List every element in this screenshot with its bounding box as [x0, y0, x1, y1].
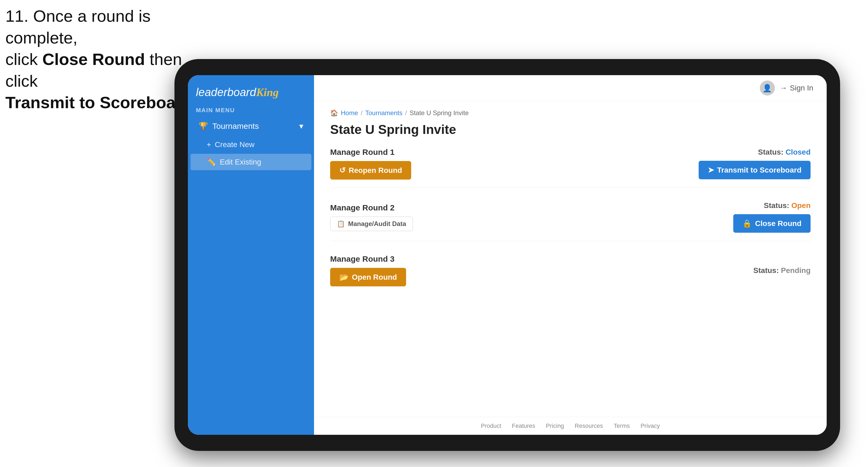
manage-audit-data-button[interactable]: 📋 Manage/Audit Data — [330, 217, 413, 231]
plus-icon: + — [207, 141, 211, 149]
breadcrumb-sep1: / — [361, 109, 363, 117]
transmit-label: Transmit to Scoreboard — [717, 166, 801, 175]
create-new-label: Create New — [215, 141, 254, 149]
avatar: 👤 — [760, 81, 775, 96]
round-2-status: Status: Open — [764, 201, 811, 210]
sidebar-create-new[interactable]: + Create New — [191, 136, 311, 153]
close-round-button[interactable]: 🔒 Close Round — [733, 214, 811, 233]
close-icon: 🔒 — [742, 219, 752, 228]
close-round-label: Close Round — [755, 219, 801, 228]
breadcrumb: 🏠 Home / Tournaments / State U Spring In… — [330, 109, 811, 117]
manage-icon: 📋 — [337, 220, 345, 227]
sign-in-label: Sign In — [790, 84, 813, 92]
sidebar-tournaments-label: Tournaments — [212, 122, 259, 131]
round-1-right: Status: Closed ➤ Transmit to Scoreboard — [699, 148, 811, 179]
app-layout: leaderboardKing MAIN MENU 🏆 Tournaments … — [188, 75, 827, 435]
round-3-right: Status: Pending — [753, 266, 811, 275]
instruction-line2: click — [5, 50, 42, 68]
sidebar-edit-existing[interactable]: ✏️ Edit Existing — [191, 154, 311, 170]
round-1-left: Manage Round 1 ↺ Reopen Round — [330, 148, 411, 180]
signin-arrow-icon: → — [780, 84, 787, 92]
open-round-label: Open Round — [352, 273, 397, 282]
status-prefix-3: Status: — [753, 266, 781, 275]
logo-text: leaderboardKing — [196, 86, 279, 99]
round-1-row: Manage Round 1 ↺ Reopen Round Status: Cl… — [330, 148, 811, 188]
instruction-bold2: Transmit to Scoreboard. — [5, 93, 197, 112]
round-1-status: Status: Closed — [758, 148, 811, 156]
reopen-round-label: Reopen Round — [349, 166, 402, 175]
main-menu-label: MAIN MENU — [188, 104, 314, 116]
sidebar-logo: leaderboardKing — [188, 75, 314, 104]
breadcrumb-home-icon: 🏠 — [330, 109, 338, 117]
round-2-right: Status: Open 🔒 Close Round — [733, 201, 811, 233]
breadcrumb-sep2: / — [405, 109, 407, 117]
footer-features[interactable]: Features — [512, 423, 535, 429]
chevron-down-icon: ▾ — [299, 121, 303, 131]
status-prefix-1: Status: — [758, 148, 785, 156]
transmit-to-scoreboard-button[interactable]: ➤ Transmit to Scoreboard — [699, 161, 811, 179]
round-3-row: Manage Round 3 📂 Open Round Status: Pend… — [330, 254, 811, 294]
round-1-label: Manage Round 1 — [330, 148, 411, 157]
tablet-frame: leaderboardKing MAIN MENU 🏆 Tournaments … — [175, 59, 840, 451]
edit-existing-label: Edit Existing — [220, 158, 261, 166]
footer-terms[interactable]: Terms — [614, 423, 630, 429]
status-value-3: Pending — [781, 266, 811, 275]
instruction-bold1: Close Round — [42, 50, 145, 68]
round-3-label: Manage Round 3 — [330, 254, 406, 263]
content-area: 🏠 Home / Tournaments / State U Spring In… — [314, 101, 827, 417]
sidebar: leaderboardKing MAIN MENU 🏆 Tournaments … — [188, 75, 314, 435]
breadcrumb-tournaments[interactable]: Tournaments — [365, 109, 403, 117]
footer-pricing[interactable]: Pricing — [546, 423, 564, 429]
reopen-icon: ↺ — [339, 166, 345, 175]
round-3-status: Status: Pending — [753, 266, 811, 275]
edit-icon: ✏️ — [207, 158, 216, 166]
sidebar-nav-tournaments[interactable]: 🏆 Tournaments ▾ — [191, 117, 311, 135]
reopen-round-button[interactable]: ↺ Reopen Round — [330, 161, 411, 180]
status-value-2: Open — [791, 201, 811, 210]
footer-resources[interactable]: Resources — [575, 423, 603, 429]
sign-in-area: 👤 → Sign In — [760, 81, 813, 96]
tablet-screen: leaderboardKing MAIN MENU 🏆 Tournaments … — [188, 75, 827, 435]
breadcrumb-current: State U Spring Invite — [410, 109, 469, 117]
top-bar: 👤 → Sign In — [314, 75, 827, 101]
footer: Product Features Pricing Resources Terms… — [314, 417, 827, 435]
round-2-row: Manage Round 2 📋 Manage/Audit Data Statu… — [330, 201, 811, 241]
page-title: State U Spring Invite — [330, 122, 811, 137]
open-round-button[interactable]: 📂 Open Round — [330, 268, 406, 286]
status-prefix-2: Status: — [764, 201, 792, 210]
open-icon: 📂 — [339, 273, 349, 282]
round-2-label: Manage Round 2 — [330, 203, 413, 212]
round-2-left: Manage Round 2 📋 Manage/Audit Data — [330, 203, 413, 231]
sign-in-button[interactable]: → Sign In — [780, 84, 813, 92]
round-3-left: Manage Round 3 📂 Open Round — [330, 254, 406, 286]
status-value-1: Closed — [785, 148, 811, 156]
trophy-icon: 🏆 — [198, 122, 208, 130]
breadcrumb-home[interactable]: Home — [341, 109, 358, 117]
footer-privacy[interactable]: Privacy — [641, 423, 660, 429]
instruction-line1: 11. Once a round is complete, — [5, 7, 151, 47]
manage-audit-label: Manage/Audit Data — [348, 220, 406, 227]
footer-product[interactable]: Product — [481, 423, 501, 429]
main-content: 👤 → Sign In 🏠 Home / Tournaments — [314, 75, 827, 435]
transmit-icon: ➤ — [708, 165, 714, 175]
